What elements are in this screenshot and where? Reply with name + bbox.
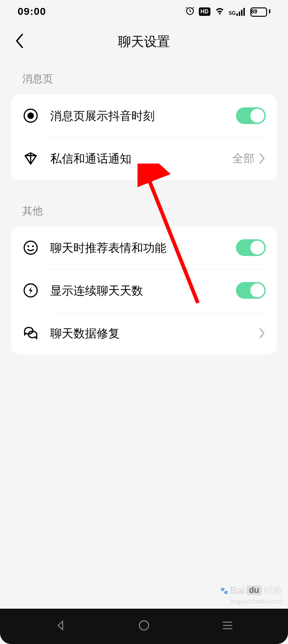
alarm-icon xyxy=(185,6,195,18)
chevron-right-icon xyxy=(258,327,266,340)
status-time: 09:00 xyxy=(18,6,46,18)
heart-circle-icon xyxy=(22,107,39,124)
chevron-right-icon xyxy=(258,152,266,165)
nav-back-icon[interactable] xyxy=(54,619,66,633)
row-label: 私信和通话通知 xyxy=(50,151,232,166)
battery-icon: 89 xyxy=(250,7,270,17)
svg-rect-2 xyxy=(239,12,240,16)
lightning-circle-icon xyxy=(22,282,39,299)
svg-point-8 xyxy=(27,245,29,247)
row-recommend-emoji[interactable]: 聊天时推荐表情和功能 xyxy=(11,226,277,269)
row-label: 显示连续聊天天数 xyxy=(50,283,236,298)
svg-point-7 xyxy=(24,241,37,254)
nav-home-icon[interactable] xyxy=(138,619,150,633)
chat-sync-icon xyxy=(22,325,39,342)
toggle-douyin-moments[interactable] xyxy=(236,107,266,124)
svg-point-6 xyxy=(27,112,34,119)
row-label: 消息页展示抖音时刻 xyxy=(50,108,236,124)
card-messages: 消息页展示抖音时刻 私信和通话通知 全部 xyxy=(11,94,277,180)
section-label-messages: 消息页 xyxy=(0,60,288,94)
wifi-icon xyxy=(214,6,225,17)
toggle-chat-streak[interactable] xyxy=(236,282,266,299)
emoji-icon xyxy=(22,239,39,256)
svg-rect-3 xyxy=(241,10,242,16)
header: 聊天设置 xyxy=(0,23,288,60)
send-icon xyxy=(22,150,39,167)
card-other: 聊天时推荐表情和功能 显示连续聊天天数 聊天数据修复 xyxy=(11,226,277,355)
page-title: 聊天设置 xyxy=(118,33,170,51)
svg-point-9 xyxy=(32,245,34,247)
svg-rect-1 xyxy=(236,13,238,16)
section-label-other: 其他 xyxy=(0,180,288,226)
row-label: 聊天数据修复 xyxy=(50,326,258,341)
watermark: 🐾 Bai du 经验 jingyan.baidu.com xyxy=(220,584,282,605)
row-label: 聊天时推荐表情和功能 xyxy=(50,240,236,256)
row-dm-call-notify[interactable]: 私信和通话通知 全部 xyxy=(11,137,277,180)
status-bar: 09:00 HD 5G 89 xyxy=(0,0,288,23)
svg-point-12 xyxy=(139,621,149,630)
back-button[interactable] xyxy=(14,33,24,51)
svg-rect-4 xyxy=(243,8,245,16)
row-chat-streak[interactable]: 显示连续聊天天数 xyxy=(11,269,277,312)
row-repair-chat-data[interactable]: 聊天数据修复 xyxy=(11,312,277,355)
status-icons: HD 5G 89 xyxy=(185,6,270,18)
row-douyin-moments[interactable]: 消息页展示抖音时刻 xyxy=(11,94,277,137)
toggle-recommend-emoji[interactable] xyxy=(236,239,266,256)
hd-badge: HD xyxy=(199,7,210,16)
nav-recent-icon[interactable] xyxy=(222,620,234,632)
signal-icon: 5G xyxy=(229,7,247,16)
android-navbar xyxy=(0,609,288,644)
row-value: 全部 xyxy=(232,151,255,166)
